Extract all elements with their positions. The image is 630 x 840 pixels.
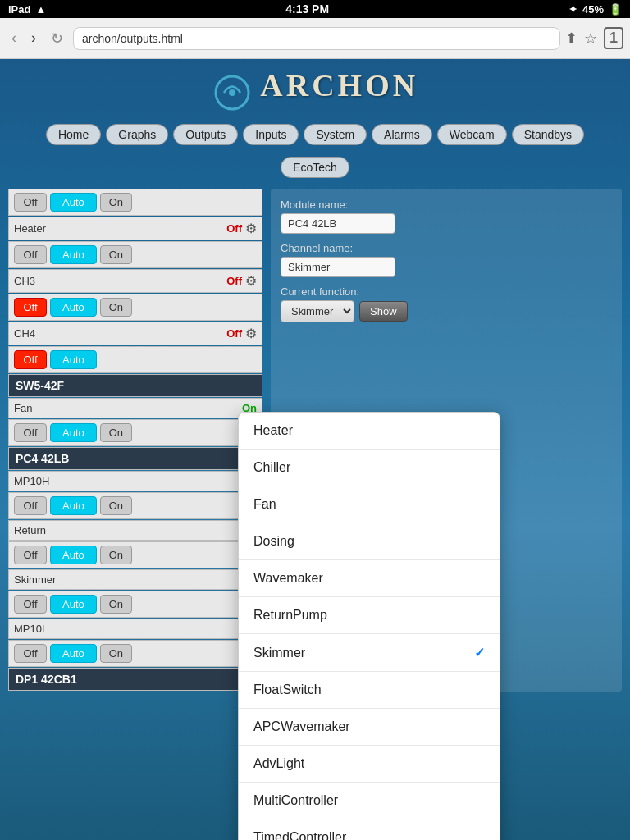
function-label: Current function:: [281, 285, 612, 298]
browser-actions: ⬆ ☆ 1: [565, 27, 623, 49]
ch3-channel-row: CH3 Off ⚙: [8, 269, 262, 293]
nav-home[interactable]: Home: [46, 124, 101, 145]
off-button-mp10h[interactable]: Off: [14, 496, 47, 515]
dropdown-item-dosing[interactable]: Dosing: [239, 523, 500, 560]
fan-name: Fan: [14, 402, 239, 414]
off-button-ch3[interactable]: Off: [14, 245, 47, 264]
url-bar[interactable]: [73, 27, 560, 50]
mp10h-controls-row: Off Auto On: [8, 492, 262, 519]
browser-chrome: ‹ › ↻ ⬆ ☆ 1: [0, 18, 630, 59]
dropdown-item-returnpump[interactable]: ReturnPump: [239, 597, 500, 634]
fan-channel-row: Fan On: [8, 398, 262, 418]
mp10l-controls-row: Off Auto On: [8, 640, 262, 667]
nav-alarms[interactable]: Alarms: [372, 124, 432, 145]
dropdown-label-returnpump: ReturnPump: [253, 608, 327, 623]
heater-channel-row: Heater Off ⚙: [8, 217, 262, 240]
off-button-ch4[interactable]: Off: [14, 298, 47, 317]
status-left: iPad ▲: [8, 3, 46, 16]
dropdown-label-fan: Fan: [253, 497, 276, 512]
nav-ecotech[interactable]: EcoTech: [281, 157, 349, 178]
ch3-gear-icon[interactable]: ⚙: [245, 273, 257, 289]
dp1-header-name: DP1 42CB1: [16, 673, 77, 686]
dropdown-label-heater: Heater: [253, 423, 293, 438]
dropdown-label-apcwavemaker: APCWavemaker: [253, 719, 350, 734]
heater-gear-icon[interactable]: ⚙: [245, 221, 257, 236]
function-dropdown[interactable]: Heater Chiller Fan Dosing Wavemaker Retu…: [238, 412, 500, 840]
auto-button-fan[interactable]: Auto: [50, 423, 97, 442]
on-button-skimmer[interactable]: On: [100, 595, 132, 614]
dropdown-label-multicontroller: MultiController: [253, 793, 338, 808]
off-button-1[interactable]: Off: [14, 193, 47, 212]
show-button[interactable]: Show: [359, 301, 408, 322]
auto-button-mp10l[interactable]: Auto: [50, 644, 97, 663]
carrier-label: iPad: [8, 3, 30, 16]
channel-label: Channel name:: [281, 242, 612, 254]
nav-webcam[interactable]: Webcam: [437, 124, 507, 145]
off-button-fan[interactable]: Off: [14, 423, 47, 442]
sw5-controls-row: Off Auto: [8, 346, 262, 373]
bookmark-icon[interactable]: ☆: [584, 30, 597, 48]
share-icon[interactable]: ⬆: [565, 30, 578, 48]
ch4-status: Off: [226, 327, 242, 340]
auto-button-skimmer[interactable]: Auto: [50, 595, 97, 614]
nav-system[interactable]: System: [304, 124, 367, 145]
ch4-controls-row: Off Auto On: [8, 294, 262, 321]
dropdown-item-multicontroller[interactable]: MultiController: [239, 783, 500, 819]
dropdown-item-apcwavemaker[interactable]: APCWavemaker: [239, 709, 500, 746]
nav-outputs[interactable]: Outputs: [173, 124, 238, 145]
dropdown-item-wavemaker[interactable]: Wavemaker: [239, 560, 500, 597]
on-button-ch3[interactable]: On: [100, 245, 132, 264]
reload-button[interactable]: ↻: [46, 26, 68, 51]
channel-input[interactable]: [281, 257, 395, 277]
nav-inputs[interactable]: Inputs: [243, 124, 299, 145]
mp10h-channel-row: MP10H On: [8, 471, 262, 491]
dropdown-item-heater[interactable]: Heater: [239, 413, 500, 450]
nav-graphs[interactable]: Graphs: [106, 124, 168, 145]
off-button-sw5[interactable]: Off: [14, 350, 47, 369]
ch4-channel-row: CH4 Off ⚙: [8, 322, 262, 345]
logo-text: ARCHON: [260, 68, 418, 103]
dp1-header: DP1 42CB1: [8, 668, 262, 691]
on-button-mp10h[interactable]: On: [100, 496, 132, 515]
outputs-panel: Off Auto On Heater Off ⚙ Off Auto On CH3…: [8, 189, 262, 692]
dropdown-item-fan[interactable]: Fan: [239, 486, 500, 523]
page-background: ARCHON Home Graphs Outputs Inputs System…: [0, 59, 630, 840]
on-button-ch4[interactable]: On: [100, 298, 132, 317]
skimmer-controls-row: Off Auto On: [8, 591, 262, 618]
on-button-fan[interactable]: On: [100, 423, 132, 442]
return-controls-row: Off Auto On: [8, 541, 262, 568]
off-button-mp10l[interactable]: Off: [14, 644, 47, 663]
auto-button-sw5[interactable]: Auto: [50, 350, 97, 369]
forward-button[interactable]: ›: [26, 26, 41, 50]
dropdown-item-floatswitch[interactable]: FloatSwitch: [239, 672, 500, 709]
ch3-name: CH3: [14, 275, 223, 287]
dropdown-item-advlight[interactable]: AdvLight: [239, 746, 500, 783]
wifi-icon: ▲: [35, 3, 46, 16]
selected-checkmark: ✓: [474, 645, 485, 660]
on-button-1[interactable]: On: [100, 193, 132, 212]
ch4-gear-icon[interactable]: ⚙: [245, 326, 257, 341]
function-select[interactable]: Skimmer: [281, 300, 354, 322]
off-button-return[interactable]: Off: [14, 546, 47, 564]
auto-button-1[interactable]: Auto: [50, 193, 97, 212]
on-button-return[interactable]: On: [100, 546, 132, 564]
module-input[interactable]: [281, 213, 395, 234]
back-button[interactable]: ‹: [7, 26, 21, 50]
ch3-controls-row: Off Auto On: [8, 241, 262, 268]
tab-count[interactable]: 1: [604, 27, 623, 49]
dropdown-item-skimmer[interactable]: Skimmer ✓: [239, 634, 500, 672]
auto-button-ch3[interactable]: Auto: [50, 245, 97, 264]
logo-icon: [212, 72, 253, 113]
off-button-skimmer[interactable]: Off: [14, 595, 47, 614]
auto-button-mp10h[interactable]: Auto: [50, 496, 97, 515]
auto-button-return[interactable]: Auto: [50, 546, 97, 564]
battery-level: 45%: [582, 3, 604, 16]
dropdown-item-timedcontroller[interactable]: TimedController: [239, 819, 500, 840]
dropdown-label-wavemaker: Wavemaker: [253, 571, 323, 586]
nav-bar: Home Graphs Outputs Inputs System Alarms…: [0, 117, 630, 185]
dropdown-label-skimmer: Skimmer: [253, 646, 305, 660]
nav-standbys[interactable]: Standbys: [512, 124, 584, 145]
auto-button-ch4[interactable]: Auto: [50, 298, 97, 317]
on-button-mp10l[interactable]: On: [100, 644, 132, 663]
dropdown-item-chiller[interactable]: Chiller: [239, 450, 500, 486]
